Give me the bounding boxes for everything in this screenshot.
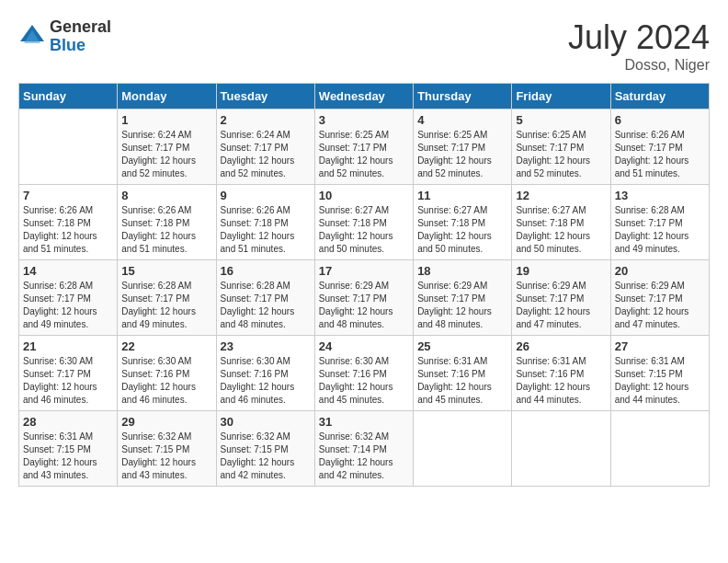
day-number: 31 (319, 415, 409, 429)
day-info: Sunrise: 6:26 AMSunset: 7:18 PMDaylight:… (121, 204, 211, 256)
calendar-cell: 21Sunrise: 6:30 AMSunset: 7:17 PMDayligh… (19, 336, 118, 411)
calendar-cell: 28Sunrise: 6:31 AMSunset: 7:15 PMDayligh… (19, 411, 118, 487)
calendar-cell: 3Sunrise: 6:25 AMSunset: 7:17 PMDaylight… (314, 109, 413, 185)
calendar-cell: 8Sunrise: 6:26 AMSunset: 7:18 PMDaylight… (118, 185, 216, 260)
calendar-cell: 25Sunrise: 6:31 AMSunset: 7:16 PMDayligh… (414, 336, 512, 411)
calendar-cell (512, 411, 610, 487)
day-info: Sunrise: 6:29 AMSunset: 7:17 PMDaylight:… (516, 280, 606, 331)
calendar-cell: 16Sunrise: 6:28 AMSunset: 7:17 PMDayligh… (216, 260, 314, 336)
logo-text: General Blue (50, 18, 111, 55)
day-info: Sunrise: 6:32 AMSunset: 7:14 PMDaylight:… (319, 431, 409, 482)
day-info: Sunrise: 6:25 AMSunset: 7:17 PMDaylight:… (516, 129, 606, 180)
day-info: Sunrise: 6:28 AMSunset: 7:17 PMDaylight:… (121, 280, 211, 331)
day-info: Sunrise: 6:27 AMSunset: 7:18 PMDaylight:… (319, 204, 409, 256)
day-info: Sunrise: 6:29 AMSunset: 7:17 PMDaylight:… (615, 280, 705, 331)
calendar-cell: 9Sunrise: 6:26 AMSunset: 7:18 PMDaylight… (216, 185, 314, 260)
weekday-header: Sunday (19, 84, 118, 109)
calendar-week-row: 14Sunrise: 6:28 AMSunset: 7:17 PMDayligh… (19, 260, 710, 336)
calendar-cell: 18Sunrise: 6:29 AMSunset: 7:17 PMDayligh… (414, 260, 512, 336)
day-number: 4 (417, 113, 507, 127)
calendar-cell: 22Sunrise: 6:30 AMSunset: 7:16 PMDayligh… (118, 336, 216, 411)
calendar-cell: 6Sunrise: 6:26 AMSunset: 7:17 PMDaylight… (610, 109, 709, 185)
day-number: 17 (319, 264, 409, 278)
day-number: 3 (319, 113, 409, 127)
day-number: 24 (319, 339, 409, 353)
weekday-header: Tuesday (216, 84, 314, 109)
calendar-cell: 30Sunrise: 6:32 AMSunset: 7:15 PMDayligh… (216, 411, 314, 487)
day-number: 13 (615, 189, 705, 202)
calendar-cell: 17Sunrise: 6:29 AMSunset: 7:17 PMDayligh… (314, 260, 413, 336)
calendar-cell: 19Sunrise: 6:29 AMSunset: 7:17 PMDayligh… (512, 260, 610, 336)
calendar-cell: 29Sunrise: 6:32 AMSunset: 7:15 PMDayligh… (118, 411, 216, 487)
weekday-header: Wednesday (314, 84, 413, 109)
day-info: Sunrise: 6:32 AMSunset: 7:15 PMDaylight:… (121, 431, 211, 482)
day-info: Sunrise: 6:30 AMSunset: 7:16 PMDaylight:… (221, 355, 311, 407)
calendar-cell: 26Sunrise: 6:31 AMSunset: 7:16 PMDayligh… (512, 336, 610, 411)
day-number: 14 (23, 264, 113, 278)
day-number: 21 (23, 339, 113, 353)
day-number: 22 (121, 339, 211, 353)
day-number: 16 (221, 264, 311, 278)
day-info: Sunrise: 6:32 AMSunset: 7:15 PMDaylight:… (221, 431, 311, 482)
day-number: 5 (516, 113, 606, 127)
day-number: 15 (121, 264, 211, 278)
day-number: 29 (121, 415, 211, 429)
day-number: 23 (221, 339, 311, 353)
day-info: Sunrise: 6:25 AMSunset: 7:17 PMDaylight:… (417, 129, 507, 180)
day-number: 2 (221, 113, 311, 127)
calendar-cell: 27Sunrise: 6:31 AMSunset: 7:15 PMDayligh… (610, 336, 709, 411)
calendar-cell: 31Sunrise: 6:32 AMSunset: 7:14 PMDayligh… (314, 411, 413, 487)
calendar-cell: 14Sunrise: 6:28 AMSunset: 7:17 PMDayligh… (19, 260, 118, 336)
day-info: Sunrise: 6:30 AMSunset: 7:17 PMDaylight:… (23, 355, 113, 407)
calendar-week-row: 1Sunrise: 6:24 AMSunset: 7:17 PMDaylight… (19, 109, 710, 185)
calendar-cell: 5Sunrise: 6:25 AMSunset: 7:17 PMDaylight… (512, 109, 610, 185)
day-number: 27 (615, 339, 705, 353)
weekday-header: Thursday (414, 84, 512, 109)
day-info: Sunrise: 6:31 AMSunset: 7:15 PMDaylight:… (615, 355, 705, 407)
day-info: Sunrise: 6:24 AMSunset: 7:17 PMDaylight:… (121, 129, 211, 180)
weekday-header: Friday (512, 84, 610, 109)
day-info: Sunrise: 6:31 AMSunset: 7:16 PMDaylight:… (417, 355, 507, 407)
day-number: 9 (221, 189, 311, 202)
day-info: Sunrise: 6:30 AMSunset: 7:16 PMDaylight:… (121, 355, 211, 407)
day-number: 19 (516, 264, 606, 278)
day-info: Sunrise: 6:29 AMSunset: 7:17 PMDaylight:… (319, 280, 409, 331)
day-info: Sunrise: 6:28 AMSunset: 7:17 PMDaylight:… (23, 280, 113, 331)
logo-general-text: General (50, 18, 111, 37)
calendar-week-row: 7Sunrise: 6:26 AMSunset: 7:18 PMDaylight… (19, 185, 710, 260)
day-number: 28 (23, 415, 113, 429)
logo-blue-text: Blue (50, 37, 111, 55)
calendar-cell: 11Sunrise: 6:27 AMSunset: 7:18 PMDayligh… (414, 185, 512, 260)
logo: General Blue (18, 18, 111, 55)
day-number: 18 (417, 264, 507, 278)
day-info: Sunrise: 6:31 AMSunset: 7:16 PMDaylight:… (516, 355, 606, 407)
day-info: Sunrise: 6:27 AMSunset: 7:18 PMDaylight:… (417, 204, 507, 256)
day-number: 8 (121, 189, 211, 202)
month-year: July 2024 (568, 18, 710, 57)
weekday-header: Saturday (610, 84, 709, 109)
day-number: 12 (516, 189, 606, 202)
day-info: Sunrise: 6:31 AMSunset: 7:15 PMDaylight:… (23, 431, 113, 482)
day-number: 30 (221, 415, 311, 429)
page-header: General Blue July 2024 Dosso, Niger (18, 18, 710, 74)
calendar-cell: 10Sunrise: 6:27 AMSunset: 7:18 PMDayligh… (314, 185, 413, 260)
title-block: July 2024 Dosso, Niger (568, 18, 710, 74)
day-info: Sunrise: 6:26 AMSunset: 7:17 PMDaylight:… (615, 129, 705, 180)
calendar-cell (610, 411, 709, 487)
location: Dosso, Niger (568, 57, 710, 74)
day-number: 20 (615, 264, 705, 278)
day-number: 6 (615, 113, 705, 127)
calendar-week-row: 28Sunrise: 6:31 AMSunset: 7:15 PMDayligh… (19, 411, 710, 487)
day-info: Sunrise: 6:28 AMSunset: 7:17 PMDaylight:… (221, 280, 311, 331)
calendar-cell: 4Sunrise: 6:25 AMSunset: 7:17 PMDaylight… (414, 109, 512, 185)
day-info: Sunrise: 6:30 AMSunset: 7:16 PMDaylight:… (319, 355, 409, 407)
day-info: Sunrise: 6:24 AMSunset: 7:17 PMDaylight:… (221, 129, 311, 180)
day-number: 7 (23, 189, 113, 202)
day-info: Sunrise: 6:26 AMSunset: 7:18 PMDaylight:… (23, 204, 113, 256)
calendar-cell: 2Sunrise: 6:24 AMSunset: 7:17 PMDaylight… (216, 109, 314, 185)
day-info: Sunrise: 6:29 AMSunset: 7:17 PMDaylight:… (417, 280, 507, 331)
day-info: Sunrise: 6:28 AMSunset: 7:17 PMDaylight:… (615, 204, 705, 256)
day-number: 1 (121, 113, 211, 127)
calendar-cell: 23Sunrise: 6:30 AMSunset: 7:16 PMDayligh… (216, 336, 314, 411)
calendar-cell: 1Sunrise: 6:24 AMSunset: 7:17 PMDaylight… (118, 109, 216, 185)
